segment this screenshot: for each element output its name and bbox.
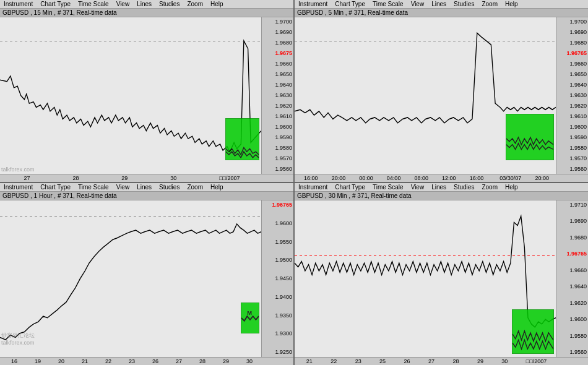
menu-lines-bl[interactable]: Lines bbox=[136, 184, 153, 191]
menu-chart-type-br[interactable]: Chart Type bbox=[334, 184, 366, 191]
panel-top-right: Instrument Chart Type Time Scale View Li… bbox=[295, 0, 588, 182]
chart-title-top-right: GBPUSD , 5 Min , # 371, Real-time data bbox=[295, 9, 588, 17]
menu-lines-br[interactable]: Lines bbox=[430, 184, 447, 191]
price-axis-top-left: 1.9700 1.9690 1.9680 1.9675 1.9660 1.965… bbox=[261, 17, 293, 174]
menu-zoom[interactable]: Zoom bbox=[186, 1, 204, 7]
green-highlight-box-bl: M bbox=[241, 303, 259, 333]
menu-lines[interactable]: Lines bbox=[136, 1, 153, 7]
menu-help[interactable]: Help bbox=[209, 1, 225, 7]
menu-instrument[interactable]: Instrument bbox=[2, 1, 34, 7]
menu-studies[interactable]: Studies bbox=[158, 1, 181, 7]
watermark: talkforex.com bbox=[1, 166, 35, 173]
price-axis-top-right: 1.9700 1.9690 1.9680 1.96765 1.9660 1.96… bbox=[556, 17, 588, 174]
time-axis-bottom-right: 212223252627282930□□/2007 bbox=[295, 357, 588, 365]
menu-view[interactable]: View bbox=[115, 1, 131, 7]
price-axis-bottom-left: 1.96765 1.9600 1.9550 1.9500 1.9450 1.94… bbox=[261, 200, 293, 357]
menu-time-scale[interactable]: Time Scale bbox=[77, 1, 110, 7]
menu-bar-bottom-right: Instrument Chart Type Time Scale View Li… bbox=[295, 183, 588, 192]
chart-area-top-right[interactable]: 1.9700 1.9690 1.9680 1.96765 1.9660 1.96… bbox=[295, 17, 588, 174]
menu-bar-top-left: Instrument Chart Type Time Scale View Li… bbox=[0, 0, 293, 9]
menu-bar-bottom-left: Instrument Chart Type Time Scale View Li… bbox=[0, 183, 293, 192]
menu-help-bl[interactable]: Help bbox=[209, 184, 225, 191]
green-highlight-box-tr bbox=[506, 114, 554, 160]
menu-instrument-tr[interactable]: Instrument bbox=[297, 1, 329, 7]
menu-time-scale-br[interactable]: Time Scale bbox=[371, 184, 405, 191]
menu-chart-type-bl[interactable]: Chart Type bbox=[39, 184, 72, 191]
chart-grid: Instrument Chart Type Time Scale View Li… bbox=[0, 0, 588, 365]
menu-chart-type-tr[interactable]: Chart Type bbox=[334, 1, 366, 7]
menu-time-scale-tr[interactable]: Time Scale bbox=[371, 1, 405, 7]
menu-zoom-tr[interactable]: Zoom bbox=[480, 1, 499, 7]
menu-bar-top-right: Instrument Chart Type Time Scale View Li… bbox=[295, 0, 588, 9]
menu-studies-bl[interactable]: Studies bbox=[158, 184, 181, 191]
panel-bottom-right: Instrument Chart Type Time Scale View Li… bbox=[295, 183, 588, 365]
menu-instrument-br[interactable]: Instrument bbox=[297, 184, 329, 191]
time-axis-top-left: 27282930□□/2007 bbox=[0, 174, 293, 182]
menu-zoom-br[interactable]: Zoom bbox=[480, 184, 499, 191]
panel-top-left: Instrument Chart Type Time Scale View Li… bbox=[0, 0, 293, 182]
menu-chart-type[interactable]: Chart Type bbox=[39, 1, 72, 7]
menu-zoom-bl[interactable]: Zoom bbox=[186, 184, 204, 191]
menu-view-br[interactable]: View bbox=[410, 184, 426, 191]
time-axis-top-right: 16:0020:0000:0004:0008:0012:0016:0003/30… bbox=[295, 174, 588, 182]
green-highlight-box bbox=[225, 118, 259, 160]
menu-help-br[interactable]: Help bbox=[504, 184, 519, 191]
chart-area-bottom-right[interactable]: 1.9710 1.9690 1.9680 1.96765 1.9660 1.96… bbox=[295, 200, 588, 357]
chart-title-bottom-left: GBPUSD , 1 Hour , # 371, Real-time data bbox=[0, 192, 293, 200]
watermark-bl: 炒客外汇论坛talkforex.com bbox=[1, 332, 35, 346]
chart-title-bottom-right: GBPUSD , 30 Min , # 371, Real-time data bbox=[295, 192, 588, 200]
panel-bottom-left: Instrument Chart Type Time Scale View Li… bbox=[0, 183, 293, 365]
green-highlight-box-br bbox=[512, 309, 554, 354]
menu-time-scale-bl[interactable]: Time Scale bbox=[77, 184, 110, 191]
svg-text:M: M bbox=[247, 310, 252, 316]
chart-title-top-left: GBPUSD , 15 Min , # 371, Real-time data bbox=[0, 9, 293, 17]
price-axis-bottom-right: 1.9710 1.9690 1.9680 1.96765 1.9660 1.96… bbox=[556, 200, 588, 357]
chart-area-top-left[interactable]: 1.9700 1.9690 1.9680 1.9675 1.9660 1.965… bbox=[0, 17, 293, 174]
menu-view-tr[interactable]: View bbox=[410, 1, 426, 7]
chart-area-bottom-left[interactable]: M 1.96765 1.9600 1.9550 1.9500 1.9450 1.… bbox=[0, 200, 293, 357]
menu-view-bl[interactable]: View bbox=[115, 184, 131, 191]
menu-help-tr[interactable]: Help bbox=[504, 1, 519, 7]
time-axis-bottom-left: 1619202122232627282930 bbox=[0, 357, 293, 365]
menu-studies-br[interactable]: Studies bbox=[452, 184, 475, 191]
menu-instrument-bl[interactable]: Instrument bbox=[2, 184, 34, 191]
menu-studies-tr[interactable]: Studies bbox=[452, 1, 475, 7]
menu-lines-tr[interactable]: Lines bbox=[430, 1, 447, 7]
